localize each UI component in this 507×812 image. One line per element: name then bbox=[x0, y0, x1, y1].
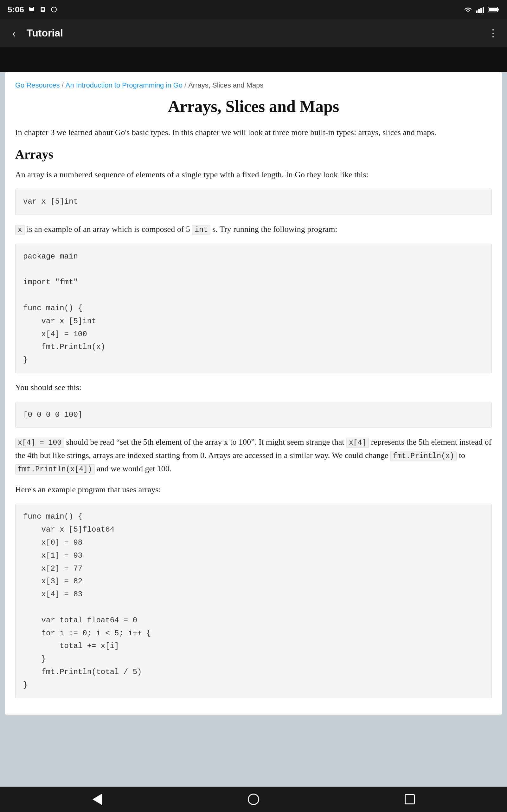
x-desc-post: s. Try running the following program: bbox=[210, 224, 337, 234]
content-card: Go Resources / An Introduction to Progra… bbox=[5, 72, 502, 715]
code-block-1: var x [5]int bbox=[15, 189, 492, 215]
nav-home-button[interactable] bbox=[245, 791, 262, 808]
breadcrumb-sep-1: / bbox=[62, 81, 64, 90]
code-block-2: package main import "fmt" func main() { … bbox=[15, 244, 492, 373]
content-wrapper: Go Resources / An Introduction to Progra… bbox=[0, 72, 507, 786]
status-bar: 5:06 bbox=[0, 0, 507, 19]
app-bar: ‹ Tutorial ⋮ bbox=[0, 19, 507, 47]
breadcrumb: Go Resources / An Introduction to Progra… bbox=[15, 81, 492, 90]
page-heading: Arrays, Slices and Maps bbox=[15, 97, 492, 116]
svg-rect-9 bbox=[483, 7, 484, 13]
notification-icon bbox=[28, 6, 36, 13]
svg-rect-1 bbox=[31, 7, 33, 8]
svg-rect-7 bbox=[478, 9, 480, 13]
code-block-4: func main() { var x [5]float64 x[0] = 98… bbox=[15, 504, 492, 698]
int-inline-code: int bbox=[192, 225, 210, 235]
println-x-code: fmt.Println(x) bbox=[390, 451, 457, 461]
status-time: 5:06 bbox=[8, 5, 58, 14]
time-display: 5:06 bbox=[8, 5, 24, 14]
breadcrumb-go-resources[interactable]: Go Resources bbox=[15, 81, 60, 90]
svg-rect-8 bbox=[481, 8, 482, 13]
arrays-intro: An array is a numbered sequence of eleme… bbox=[15, 168, 492, 182]
x-inline-code: x bbox=[15, 225, 25, 235]
back-arrow-icon: ‹ bbox=[12, 27, 16, 39]
breadcrumb-sep-2: / bbox=[184, 81, 186, 90]
x-desc-pre: is an example of an array which is compo… bbox=[25, 224, 192, 234]
svg-rect-6 bbox=[476, 10, 477, 13]
x4-100-code: x[4] = 100 bbox=[15, 438, 64, 448]
sim-icon bbox=[39, 6, 46, 13]
see-this-text: You should see this: bbox=[15, 381, 492, 394]
nav-recent-button[interactable] bbox=[401, 791, 418, 808]
app-bar-left: ‹ Tutorial bbox=[6, 26, 63, 41]
intro-paragraph: In chapter 3 we learned about Go's basic… bbox=[15, 126, 492, 139]
explanation-4: and we would get 100. bbox=[95, 464, 172, 473]
x-description: x is an example of an array which is com… bbox=[15, 223, 492, 236]
bottom-nav bbox=[0, 786, 507, 812]
explanation-1: should be read “set the 5th element of t… bbox=[64, 438, 346, 447]
banner bbox=[0, 47, 507, 72]
svg-rect-3 bbox=[42, 8, 44, 10]
breadcrumb-intro-go[interactable]: An Introduction to Programming in Go bbox=[66, 81, 182, 90]
back-button[interactable]: ‹ bbox=[6, 26, 21, 41]
battery-icon bbox=[488, 6, 499, 13]
explanation-paragraph: x[4] = 100 should be read “set the 5th e… bbox=[15, 436, 492, 475]
code-block-3: [0 0 0 0 100] bbox=[15, 402, 492, 428]
status-icons bbox=[463, 6, 499, 13]
home-nav-icon bbox=[248, 794, 259, 805]
wifi-icon bbox=[463, 6, 473, 13]
x4-code: x[4] bbox=[346, 438, 369, 448]
recent-nav-icon bbox=[405, 794, 415, 804]
back-nav-icon bbox=[93, 794, 102, 805]
explanation-3: to bbox=[457, 451, 465, 460]
svg-rect-12 bbox=[489, 8, 497, 11]
breadcrumb-current: Arrays, Slices and Maps bbox=[188, 81, 263, 90]
ring-icon bbox=[50, 6, 58, 13]
println-x4-code: fmt.Println(x[4]) bbox=[15, 464, 95, 474]
more-options-icon: ⋮ bbox=[488, 28, 498, 38]
nav-back-button[interactable] bbox=[89, 791, 106, 808]
menu-button[interactable]: ⋮ bbox=[486, 26, 501, 41]
arrays-heading: Arrays bbox=[15, 147, 492, 162]
svg-rect-11 bbox=[498, 9, 499, 10]
signal-icon bbox=[476, 6, 485, 13]
example-intro: Here's an example program that uses arra… bbox=[15, 483, 492, 496]
app-title: Tutorial bbox=[26, 27, 63, 39]
